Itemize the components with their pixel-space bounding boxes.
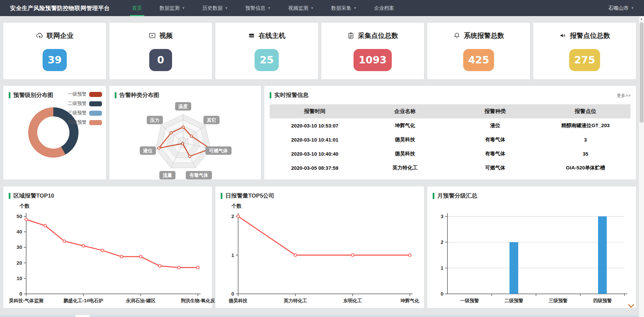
stat-card-header: 采集点位总数 — [347, 31, 398, 40]
nav-item-warning-info[interactable]: 预警信息▼ — [236, 0, 279, 16]
nav-item-label: 预警信息 — [245, 5, 265, 11]
realtime-alarm-title-text: 实时报警信息 — [274, 91, 309, 99]
bottom-row: 区域报警TOP10 01020304050个数昊科技-气体监测鹏盛化工-1#电石… — [3, 187, 636, 308]
nav-item-enterprise-archive[interactable]: 企业档案 — [365, 0, 403, 16]
table-cell: 35 — [540, 147, 631, 161]
legend-item[interactable]: 一级预警 — [68, 91, 102, 97]
stat-card-header: 视频 — [149, 31, 173, 40]
speaker-icon — [559, 32, 567, 39]
table-cell: 2020-03-05 08:37:59 — [270, 161, 360, 175]
stat-card-value: 1093 — [354, 49, 392, 71]
nav-item-label: 数据监测 — [160, 5, 180, 11]
table-cell: 精醇南罐液位GT_203 — [540, 118, 631, 133]
next-row-peek-notch — [75, 315, 90, 317]
svg-text:二级预警: 二级预警 — [504, 298, 523, 303]
table-row[interactable]: 2020-03-10 10:53:07坤辉气化液位精醇南罐液位GT_203 — [270, 118, 631, 133]
legend-swatch — [89, 101, 102, 106]
daily-top5-title: 日报警量TOP5公司 — [215, 187, 424, 200]
svg-text:昊科技-气体监测: 昊科技-气体监测 — [9, 298, 44, 303]
svg-text:1: 1 — [231, 252, 234, 258]
middle-row: 预警级别分布图 一级预警二级预警三级预警四级预警 告警种类分布图 温度其它可燃气… — [3, 86, 636, 176]
cloud-upload-icon — [36, 32, 43, 39]
monthly-summary-title: 月预警分级汇总 — [427, 187, 636, 200]
alarm-column-header: 报警时间 — [270, 104, 360, 118]
svg-text:有毒气体: 有毒气体 — [189, 172, 208, 178]
warning-level-card: 预警级别分布图 一级预警二级预警三级预警四级预警 — [3, 86, 106, 179]
svg-text:10: 10 — [16, 275, 22, 281]
table-cell: 3 — [540, 133, 631, 147]
daily-top5-card: 日报警量TOP5公司 012个数德昊科技英力特化工东明化工坤辉气化 — [215, 187, 424, 308]
legend-label: 三级预警 — [68, 110, 87, 116]
stat-card-value: 275 — [569, 49, 600, 71]
svg-text:荆洪生物-氧化反: 荆洪生物-氧化反 — [180, 298, 216, 304]
svg-text:东明化工: 东明化工 — [343, 298, 362, 303]
table-cell: 德昊科技 — [360, 133, 450, 147]
clipboard-icon — [347, 32, 355, 39]
table-row[interactable]: 2020-03-10 10:41:01德昊科技有毒气体3 — [270, 133, 631, 147]
stat-cards-row: 联网企业39视频0在线主机25采集点位总数1093系统报警总数425报警点位总数… — [3, 23, 636, 79]
monthly-summary-card: 月预警分级汇总 0123一级预警二级预警三级预警四级预警 — [427, 187, 636, 308]
nav-item-data-monitor[interactable]: 数据监测▼ — [151, 0, 194, 16]
title-bar-icon — [9, 92, 10, 98]
nav-item-label: 首页 — [132, 5, 142, 11]
stat-card-header: 报警点位总数 — [559, 31, 610, 40]
stat-card-label: 采集点位总数 — [358, 31, 398, 40]
stat-card-connected-enterprises: 联网企业39 — [3, 23, 106, 79]
legend-item[interactable]: 四级预警 — [68, 119, 102, 125]
alarm-table-body: 2020-03-10 10:53:07坤辉气化液位精醇南罐液位GT_203202… — [270, 118, 631, 175]
svg-text:2: 2 — [441, 239, 443, 245]
svg-text:0: 0 — [231, 291, 234, 297]
nav-item-data-collect[interactable]: 数据采集▼ — [322, 0, 365, 16]
table-row[interactable]: 2020-03-05 08:37:59英力特化工可燃气体GIA-520单体贮槽 — [270, 161, 631, 175]
alarm-kind-radar-chart: 温度其它可燃气体有毒气体流量液位压力 — [112, 100, 253, 179]
nav-item-label: 企业档案 — [374, 5, 394, 11]
stat-card-alarm-points-total: 报警点位总数275 — [533, 23, 636, 79]
alarm-kind-card: 告警种类分布图 温度其它可燃气体有毒气体流量液位压力 — [109, 86, 261, 179]
stat-card-label: 系统报警总数 — [464, 31, 504, 40]
stat-card-videos: 视频0 — [109, 23, 212, 79]
legend-item[interactable]: 二级预警 — [68, 101, 102, 107]
title-bar-icon — [115, 92, 116, 98]
scrollbar[interactable]: ▲ — [639, 16, 644, 317]
region-selector[interactable]: 石嘴山市 ▼ — [608, 5, 634, 11]
warning-level-title-text: 预警级别分布图 — [13, 91, 53, 99]
scrollbar-up-icon[interactable]: ▲ — [639, 16, 644, 21]
alarm-table-header-row: 报警时间企业名称报警种类报警点位 — [270, 104, 631, 118]
more-link[interactable]: 更多>> — [617, 93, 631, 99]
svg-text:可燃气体: 可燃气体 — [209, 148, 228, 153]
nav-item-label: 视频监测 — [288, 5, 308, 11]
nav-item-video-monitor[interactable]: 视频监测▼ — [279, 0, 322, 16]
legend-swatch — [89, 92, 102, 97]
realtime-alarm-title: 实时报警信息 — [264, 86, 636, 99]
svg-text:英力特化工: 英力特化工 — [283, 298, 307, 303]
host-icon — [248, 32, 255, 39]
table-cell: 坤辉气化 — [360, 118, 450, 133]
scrollbar-thumb[interactable] — [640, 22, 644, 123]
stat-card-header: 在线主机 — [248, 31, 285, 40]
nav-item-history-data[interactable]: 历史数据▼ — [194, 0, 236, 16]
svg-text:一级预警: 一级预警 — [460, 298, 479, 303]
svg-text:坤辉气化: 坤辉气化 — [400, 298, 419, 303]
realtime-alarm-table: 报警时间企业名称报警种类报警点位 2020-03-10 10:53:07坤辉气化… — [270, 104, 631, 175]
table-cell: 德昊科技 — [360, 147, 450, 161]
table-cell: 液位 — [450, 118, 540, 133]
table-cell: 有毒气体 — [450, 133, 540, 147]
legend-label: 二级预警 — [68, 101, 87, 107]
table-row[interactable]: 2020-03-10 10:40:40德昊科技有毒气体35 — [270, 147, 631, 161]
legend-item[interactable]: 三级预警 — [68, 110, 102, 116]
svg-text:流量: 流量 — [163, 172, 172, 178]
svg-text:个数: 个数 — [19, 203, 30, 209]
chevron-down-icon: ▼ — [354, 6, 357, 10]
stat-card-value: 39 — [43, 49, 67, 71]
monthly-summary-bar-chart: 0123一级预警二级预警三级预警四级预警 — [430, 200, 631, 306]
stat-card-system-alarms-total: 系统报警总数425 — [427, 23, 530, 79]
next-row-peek — [0, 315, 639, 317]
nav-item-home[interactable]: 首页 — [123, 0, 151, 16]
title-bar-icon — [433, 193, 434, 199]
table-cell: 2020-03-10 10:41:01 — [270, 133, 360, 147]
chevron-down-icon: ▼ — [268, 6, 271, 10]
svg-text:压力: 压力 — [150, 117, 160, 123]
alarm-kind-title: 告警种类分布图 — [109, 86, 261, 99]
stat-card-collect-points-total: 采集点位总数1093 — [321, 23, 424, 79]
stat-card-label: 视频 — [159, 31, 173, 40]
